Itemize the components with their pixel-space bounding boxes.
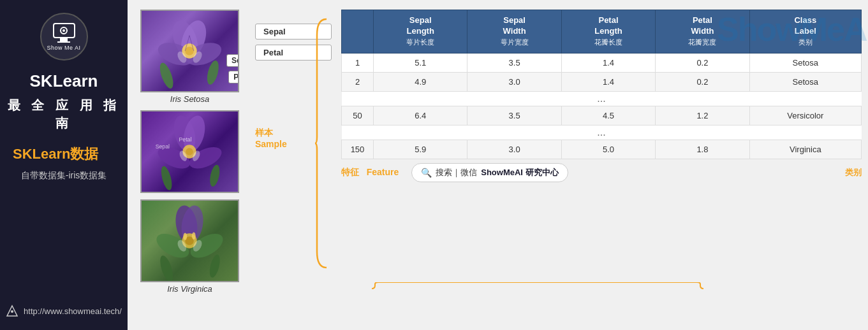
link-url: http://www.showmeai.tech/ <box>24 306 122 316</box>
cell-sl: 6.4 <box>374 106 467 125</box>
svg-point-19 <box>186 148 193 155</box>
cell-pw: 0.2 <box>656 72 749 91</box>
sidebar-title: SKLearn <box>30 71 98 91</box>
virginica-caption: Iris Virginica <box>167 284 212 294</box>
svg-point-1 <box>11 310 13 313</box>
svg-point-25 <box>208 164 221 187</box>
images-column: Sepal Petal Iris Setosa <box>134 10 246 320</box>
setosa-flower-svg <box>142 11 238 91</box>
logo: Show Me AI <box>40 13 88 61</box>
col-header-sl: SepalLength萼片长度 <box>374 10 467 54</box>
search-text: 搜索｜微信 <box>436 167 477 178</box>
link-icon <box>6 305 18 317</box>
feature-brace-svg <box>372 282 703 295</box>
cell-sw: 3.0 <box>467 72 561 91</box>
cell-sl: 4.9 <box>374 72 467 91</box>
cell-cl: Versicolor <box>749 106 861 125</box>
logo-base <box>57 41 70 43</box>
cell-pl: 1.4 <box>561 72 655 91</box>
main-content: ShowMeAI <box>128 0 868 330</box>
sidebar-section-title: SKLearn数据 <box>6 145 121 164</box>
svg-point-7 <box>185 47 194 55</box>
svg-point-36 <box>158 254 175 281</box>
cell-id: 1 <box>342 53 374 72</box>
versicolor-flower-svg: Sepal Petal <box>142 111 238 192</box>
cell-sl: 5.1 <box>374 53 467 72</box>
sidebar-link[interactable]: http://www.showmeai.tech/ <box>6 305 122 317</box>
table-row: 150 5.9 3.0 5.0 1.8 Virginica <box>342 140 862 159</box>
flower-versicolor-image: Sepal Petal <box>140 110 239 193</box>
svg-point-12 <box>158 61 176 90</box>
cell-id: 150 <box>342 140 374 159</box>
cell-sw: 3.0 <box>467 140 561 159</box>
svg-point-34 <box>183 233 187 240</box>
cell-id: 2 <box>342 72 374 91</box>
col-header-cl: ClassLabel类别 <box>749 10 861 54</box>
petal-callout-text: Petal <box>263 48 283 57</box>
table-wrapper: SepalLength萼片长度 SepalWidth萼片宽度 PetalLeng… <box>341 10 862 320</box>
sidebar: Show Me AI SKLearn 最 全 应 用 指 南 SKLearn数据… <box>0 0 128 330</box>
sample-en-label: Sample <box>255 139 287 149</box>
logo-screen-inner <box>60 27 68 34</box>
flower-setosa-image: Sepal Petal <box>140 10 239 92</box>
petal-label-box: Petal <box>228 71 239 83</box>
petal-label-text: Petal <box>233 73 239 82</box>
svg-point-37 <box>208 254 222 278</box>
feature-en: Feature <box>367 167 399 177</box>
cell-sw: 3.5 <box>467 106 561 125</box>
cell-pl: 5.0 <box>561 140 655 159</box>
table-row-ellipsis: ... <box>342 91 862 106</box>
table-row: 2 4.9 3.0 1.4 0.2 Setosa <box>342 72 862 91</box>
svg-text:Petal: Petal <box>179 136 192 143</box>
cell-pl: 1.4 <box>561 53 655 72</box>
svg-text:Sepal: Sepal <box>156 143 170 150</box>
col-header-pl: PetalLength花瓣长度 <box>561 10 655 54</box>
cell-cl: Setosa <box>749 72 861 91</box>
search-icon: 🔍 <box>421 168 432 178</box>
sample-cn-label: 样本 <box>255 127 273 139</box>
cell-sl: 5.9 <box>374 140 467 159</box>
data-table: SepalLength萼片长度 SepalWidth萼片宽度 PetalLeng… <box>341 10 862 159</box>
table-row: 50 6.4 3.5 4.5 1.2 Versicolor <box>342 106 862 125</box>
cell-sw: 3.5 <box>467 53 561 72</box>
col-header-pw: PetalWidth花瓣宽度 <box>656 10 749 54</box>
table-row-ellipsis: ... <box>342 125 862 140</box>
sepal-label-text: Sepal <box>232 56 239 65</box>
sepal-label-box: Sepal <box>226 54 239 67</box>
cell-cl: Virginica <box>749 140 861 159</box>
setosa-caption: Iris Setosa <box>170 94 209 104</box>
flower-versicolor-wrapper: Sepal Petal <box>134 110 246 193</box>
flower-virginica-wrapper: Iris Virginica <box>134 199 246 294</box>
search-bar[interactable]: 🔍 搜索｜微信 ShowMeAI 研究中心 <box>411 163 568 182</box>
class-label: 类别 <box>845 167 862 178</box>
col-header-index <box>342 10 374 54</box>
virginica-flower-svg <box>142 201 238 281</box>
table-row: 1 5.1 3.5 1.4 0.2 Setosa <box>342 53 862 72</box>
brace-svg <box>314 16 332 271</box>
logo-label: Show Me AI <box>47 45 80 51</box>
sidebar-desc: 自带数据集-iris数据集 <box>21 169 107 182</box>
cell-pw: 0.2 <box>656 53 749 72</box>
feature-label: 特征 Feature <box>341 167 399 178</box>
sidebar-subtitle: 最 全 应 用 指 南 <box>6 96 121 132</box>
logo-dot <box>63 29 65 32</box>
svg-point-24 <box>159 165 174 191</box>
cell-pl: 4.5 <box>561 106 655 125</box>
ellipsis-cell: ... <box>342 125 862 140</box>
svg-point-35 <box>192 232 196 240</box>
sepal-callout-text: Sepal <box>263 27 286 36</box>
col-header-sw: SepalWidth萼片宽度 <box>467 10 561 54</box>
cell-pw: 1.8 <box>656 140 749 159</box>
cell-cl: Setosa <box>749 53 861 72</box>
ellipsis-cell: ... <box>342 91 862 106</box>
cell-id: 50 <box>342 106 374 125</box>
cell-pw: 1.2 <box>656 106 749 125</box>
search-brand: ShowMeAI 研究中心 <box>481 167 558 178</box>
logo-screen-icon <box>53 23 75 38</box>
flower-setosa-wrapper: Sepal Petal Iris Setosa <box>134 10 246 104</box>
flower-virginica-image <box>140 199 239 282</box>
bottom-row: 特征 Feature 🔍 搜索｜微信 ShowMeAI 研究中心 类别 <box>341 163 862 182</box>
feature-cn: 特征 <box>341 167 359 177</box>
svg-point-13 <box>205 59 221 85</box>
